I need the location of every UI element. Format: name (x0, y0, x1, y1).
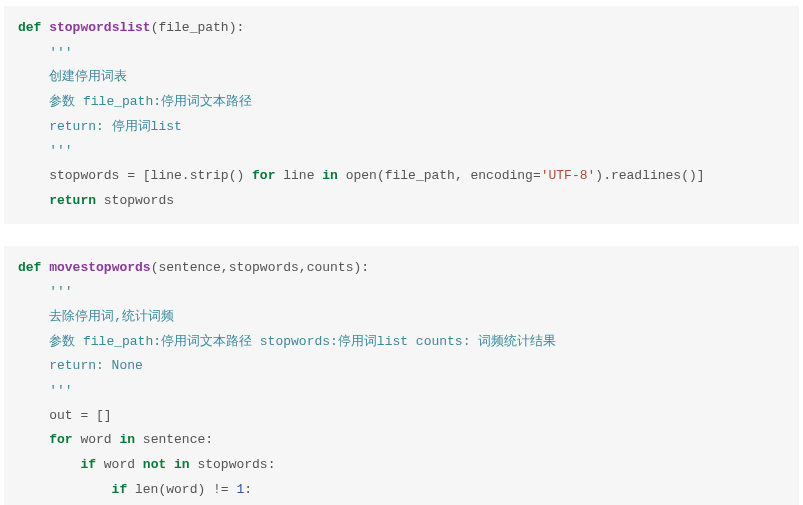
function-name: stopwordslist (49, 20, 150, 35)
docstring: 参数 file_path:停用词文本路径 stopwords:停用词list c… (18, 334, 556, 349)
docstring: 参数 file_path:停用词文本路径 (18, 94, 252, 109)
keyword-not-in: not in (143, 457, 190, 472)
code-text: ).readlines()] (595, 168, 704, 183)
keyword-def: def (18, 260, 41, 275)
keyword-return: return (18, 193, 96, 208)
keyword-if: if (18, 482, 127, 497)
code-text: : (244, 482, 252, 497)
docstring: return: None (18, 358, 143, 373)
keyword-for: for (252, 168, 275, 183)
code-text: sentence: (135, 432, 213, 447)
keyword-if: if (18, 457, 96, 472)
string-literal: 'UTF-8' (541, 168, 596, 183)
function-name: movestopwords (49, 260, 150, 275)
code-text: len(word) != (127, 482, 236, 497)
docstring: ''' (18, 45, 73, 60)
docstring: return: 停用词list (18, 119, 182, 134)
code-block-2: def movestopwords(sentence,stopwords,cou… (4, 246, 799, 506)
docstring: 创建停用词表 (18, 69, 127, 84)
keyword-def: def (18, 20, 41, 35)
code-text: out = [] (18, 408, 112, 423)
code-text: stopwords (96, 193, 174, 208)
code-block-1: def stopwordslist(file_path): ''' 创建停用词表… (4, 6, 799, 224)
code-text: (sentence,stopwords,counts): (151, 260, 369, 275)
keyword-for: for (18, 432, 73, 447)
block-gap (0, 230, 803, 240)
docstring: ''' (18, 143, 73, 158)
code-text: open(file_path, encoding= (338, 168, 541, 183)
code-text: line (275, 168, 322, 183)
code-text: word (96, 457, 143, 472)
keyword-in: in (119, 432, 135, 447)
docstring: ''' (18, 284, 73, 299)
docstring: ''' (18, 383, 73, 398)
code-text: (file_path): (151, 20, 245, 35)
docstring: 去除停用词,统计词频 (18, 309, 174, 324)
code-text: stopwords: (190, 457, 276, 472)
code-text: word (73, 432, 120, 447)
code-text: stopwords = [line.strip() (18, 168, 252, 183)
keyword-in: in (322, 168, 338, 183)
